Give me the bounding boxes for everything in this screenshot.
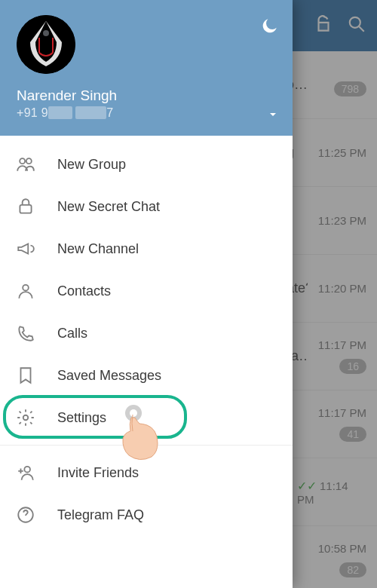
- menu-item-settings[interactable]: Settings: [0, 397, 293, 439]
- account-dropdown-icon[interactable]: [267, 109, 279, 124]
- menu-label: New Channel: [57, 241, 139, 257]
- menu-label: New Group: [57, 157, 126, 173]
- profile-phone: +91 9000 00007: [17, 106, 279, 120]
- lock-icon: [15, 197, 36, 216]
- menu-item-contacts[interactable]: Contacts: [0, 270, 293, 312]
- group-icon: [15, 155, 36, 174]
- menu-item-new-channel[interactable]: New Channel: [0, 228, 293, 270]
- menu-label: Telegram FAQ: [57, 507, 144, 523]
- menu-divider: [0, 445, 293, 446]
- menu-label: Contacts: [57, 283, 111, 299]
- night-mode-icon[interactable]: [259, 17, 279, 39]
- phone-icon: [15, 323, 36, 343]
- menu-label: New Secret Chat: [57, 199, 160, 215]
- menu-label: Settings: [57, 410, 106, 426]
- svg-point-9: [23, 415, 29, 421]
- person-icon: [15, 281, 36, 301]
- menu-item-telegram-faq[interactable]: Telegram FAQ: [0, 494, 293, 536]
- menu-item-new-group[interactable]: New Group: [0, 143, 293, 185]
- menu-item-invite-friends[interactable]: Invite Friends: [0, 452, 293, 494]
- svg-point-6: [26, 158, 32, 164]
- avatar[interactable]: [17, 15, 75, 74]
- menu-item-calls[interactable]: Calls: [0, 312, 293, 354]
- svg-rect-7: [20, 205, 31, 213]
- menu-item-saved-messages[interactable]: Saved Messages: [0, 354, 293, 397]
- gear-icon: [15, 408, 36, 427]
- svg-point-4: [43, 30, 49, 36]
- menu-label: Saved Messages: [57, 368, 161, 384]
- drawer-menu: New Group New Secret Chat New Channel Co…: [0, 136, 293, 588]
- bookmark-icon: [15, 366, 36, 385]
- menu-label: Invite Friends: [57, 465, 139, 481]
- profile-name: Narender Singh: [17, 87, 279, 104]
- navigation-drawer: Narender Singh +91 9000 00007 New Group: [0, 0, 293, 588]
- person-add-icon: [15, 463, 36, 482]
- help-icon: [15, 505, 36, 525]
- drawer-header: Narender Singh +91 9000 00007: [0, 0, 293, 136]
- megaphone-icon: [15, 239, 36, 259]
- svg-point-8: [23, 285, 29, 291]
- menu-item-new-secret-chat[interactable]: New Secret Chat: [0, 185, 293, 228]
- svg-point-5: [20, 158, 25, 164]
- menu-label: Calls: [57, 326, 87, 341]
- svg-point-10: [24, 467, 30, 473]
